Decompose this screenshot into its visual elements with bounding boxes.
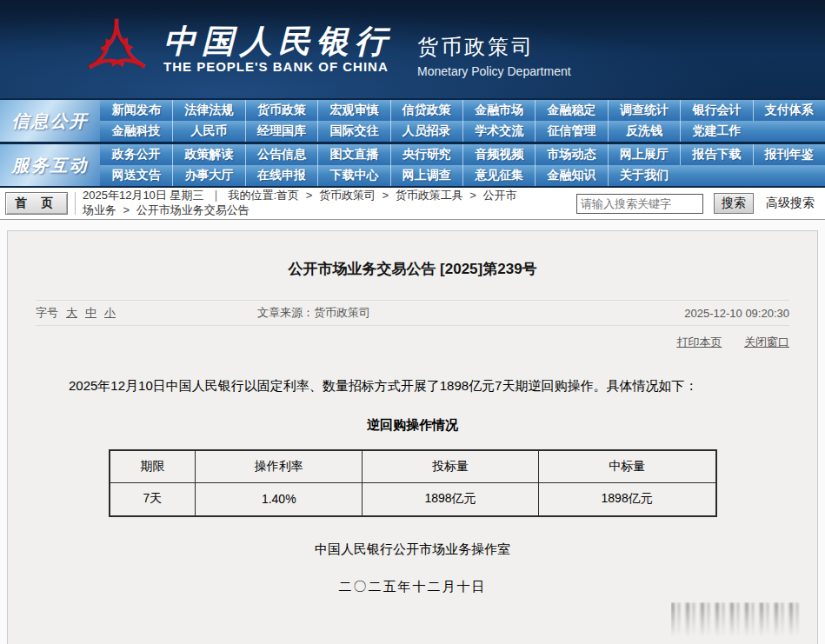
- nav-rows: 新闻发布法律法规货币政策宏观审慎信贷政策金融市场金融稳定调查统计银行会计支付体系…: [100, 100, 825, 142]
- nav-item[interactable]: 宏观审慎: [317, 100, 389, 121]
- nav-item[interactable]: 图文直播: [317, 144, 389, 165]
- bank-name-en: THE PEOPLE'S BANK OF CHINA: [163, 59, 393, 74]
- watermark-smudge: [671, 602, 802, 639]
- nav-item[interactable]: 经理国库: [245, 121, 317, 142]
- table-header-cell: 中标量: [538, 450, 715, 483]
- search-input[interactable]: [576, 194, 703, 214]
- table-cell: 1898亿元: [538, 483, 715, 516]
- nav-section-label[interactable]: 信息公开: [0, 100, 100, 142]
- advanced-search-link[interactable]: 高级搜索: [766, 196, 815, 211]
- nav-item[interactable]: 国际交往: [317, 121, 389, 142]
- bank-name-block: 中国人民银行 THE PEOPLE'S BANK OF CHINA: [163, 24, 393, 75]
- breadcrumb: 2025年12月10日 星期三 ｜ 我的位置:首页 > 货币政策司 > 货币政策…: [83, 189, 522, 218]
- close-window-link[interactable]: 关闭窗口: [744, 335, 789, 349]
- breadcrumb-separator: >: [467, 189, 480, 202]
- nav-row: 金融科技人民币经理国库国际交往人员招录学术交流征信管理反洗钱党建工作: [100, 121, 825, 142]
- search-area: 搜索 高级搜索: [576, 193, 820, 214]
- nav-item[interactable]: 政策解读: [172, 144, 244, 165]
- breadcrumb-separator: >: [120, 203, 133, 216]
- breadcrumb-separator: >: [303, 189, 316, 202]
- nav-item[interactable]: 金融知识: [535, 165, 607, 186]
- article-body: 2025年12月10日中国人民银行以固定利率、数量招标方式开展了1898亿元7天…: [43, 376, 782, 396]
- article-actions: 打印本页 关闭窗口: [8, 335, 789, 350]
- table-cell: 7天: [110, 483, 196, 516]
- nav-item[interactable]: 党建工作: [680, 121, 752, 142]
- nav-item[interactable]: 市场动态: [535, 144, 607, 165]
- nav-item[interactable]: 法律法规: [172, 100, 244, 121]
- nav-item[interactable]: 网上展厅: [608, 144, 680, 165]
- department-name-en: Monetary Policy Department: [417, 64, 571, 78]
- nav-item[interactable]: 调查统计: [608, 100, 680, 121]
- nav-item[interactable]: 货币政策: [245, 100, 317, 121]
- font-size-controls: 字号 大中小: [36, 305, 257, 321]
- department-name-cn: 货币政策司: [417, 33, 571, 61]
- nav-item[interactable]: 网送文告: [100, 165, 172, 186]
- nav-item[interactable]: 新闻发布: [100, 100, 172, 121]
- breadcrumb-link[interactable]: 货币政策工具: [396, 189, 463, 202]
- nav-item[interactable]: 学术交流: [462, 121, 535, 142]
- table-header-cell: 期限: [110, 450, 196, 483]
- font-size-option[interactable]: 大: [66, 305, 77, 321]
- table-row: 7天1.40%1898亿元1898亿元: [110, 483, 716, 516]
- main-navigation: 信息公开新闻发布法律法规货币政策宏观审慎信贷政策金融市场金融稳定调查统计银行会计…: [0, 98, 825, 188]
- nav-item[interactable]: 信贷政策: [390, 100, 462, 121]
- nav-item[interactable]: 关于我们: [608, 165, 680, 186]
- article-meta-row: 字号 大中小 文章来源：货币政策司 2025-12-10 09:20:30: [36, 300, 789, 326]
- breadcrumb-location: 我的位置:首页: [225, 189, 299, 202]
- nav-rows: 政务公开政策解读公告信息图文直播央行研究音频视频市场动态网上展厅报告下载报刊年鉴…: [100, 144, 825, 186]
- print-page-link[interactable]: 打印本页: [676, 335, 722, 349]
- breadcrumb-divider: [75, 192, 76, 215]
- pboc-logo-icon: 人 人 人: [80, 13, 153, 86]
- nav-cell-empty: [680, 165, 752, 186]
- breadcrumb-date: 2025年12月10日 星期三: [83, 189, 207, 202]
- breadcrumb-link[interactable]: 公开市场业务交易公告: [136, 203, 249, 216]
- nav-item[interactable]: 银行会计: [680, 100, 752, 121]
- font-size-option[interactable]: 小: [104, 305, 116, 321]
- nav-cell-empty: [753, 165, 825, 186]
- nav-item[interactable]: 人民币: [172, 121, 244, 142]
- table-cell: 1.40%: [196, 483, 363, 516]
- search-button[interactable]: 搜索: [714, 193, 754, 214]
- nav-item[interactable]: 网上调查: [390, 165, 462, 186]
- article-timestamp: 2025-12-10 09:20:30: [568, 307, 789, 320]
- nav-item[interactable]: 征信管理: [535, 121, 607, 142]
- nav-item[interactable]: 金融科技: [100, 121, 172, 142]
- nav-row: 网送文告办事大厅在线申报下载中心网上调查意见征集金融知识关于我们: [100, 165, 825, 186]
- nav-item[interactable]: 音频视频: [462, 144, 535, 165]
- nav-item[interactable]: 政务公开: [100, 144, 172, 165]
- nav-item[interactable]: 央行研究: [390, 144, 462, 165]
- nav-item[interactable]: 报刊年鉴: [753, 144, 825, 165]
- table-header-cell: 操作利率: [196, 450, 363, 483]
- nav-item[interactable]: 报告下载: [680, 144, 752, 165]
- home-button[interactable]: 首 页: [5, 192, 68, 215]
- breadcrumb-bar: 首 页 2025年12月10日 星期三 ｜ 我的位置:首页 > 货币政策司 > …: [0, 188, 825, 220]
- nav-item[interactable]: 下载中心: [317, 165, 389, 186]
- article-date-cn: 二〇二五年十二月十日: [8, 579, 817, 595]
- nav-item[interactable]: 意见征集: [462, 165, 535, 186]
- nav-item[interactable]: 办事大厅: [172, 165, 244, 186]
- table-cell: 1898亿元: [363, 483, 539, 516]
- nav-item[interactable]: 人员招录: [390, 121, 462, 142]
- article-source: 文章来源：货币政策司: [257, 305, 568, 321]
- nav-item[interactable]: 金融市场: [462, 100, 535, 121]
- nav-item[interactable]: 金融稳定: [535, 100, 607, 121]
- breadcrumb-pipe: ｜: [210, 189, 222, 202]
- page-title: 公开市场业务交易公告 [2025]第239号: [8, 231, 817, 279]
- operations-table: 期限操作利率投标量中标量7天1.40%1898亿元1898亿元: [109, 449, 717, 517]
- nav-cell-empty: [753, 121, 825, 142]
- font-size-label: 字号: [36, 305, 58, 321]
- breadcrumb-separator: >: [379, 189, 392, 202]
- table-header-row: 期限操作利率投标量中标量: [110, 450, 716, 483]
- nav-row: 政务公开政策解读公告信息图文直播央行研究音频视频市场动态网上展厅报告下载报刊年鉴: [100, 144, 825, 165]
- bank-name-cn: 中国人民银行: [163, 24, 393, 58]
- nav-item[interactable]: 公告信息: [245, 144, 317, 165]
- nav-item[interactable]: 支付体系: [753, 100, 825, 121]
- nav-item[interactable]: 反洗钱: [608, 121, 680, 142]
- nav-section-1: 服务互动政务公开政策解读公告信息图文直播央行研究音频视频市场动态网上展厅报告下载…: [0, 144, 825, 186]
- font-size-option[interactable]: 中: [85, 305, 96, 321]
- article-card: 公开市场业务交易公告 [2025]第239号 字号 大中小 文章来源：货币政策司…: [7, 230, 818, 644]
- nav-item[interactable]: 在线申报: [245, 165, 317, 186]
- article-signature: 中国人民银行公开市场业务操作室: [8, 541, 817, 558]
- breadcrumb-link[interactable]: 货币政策司: [319, 189, 376, 202]
- nav-section-label[interactable]: 服务互动: [0, 144, 100, 186]
